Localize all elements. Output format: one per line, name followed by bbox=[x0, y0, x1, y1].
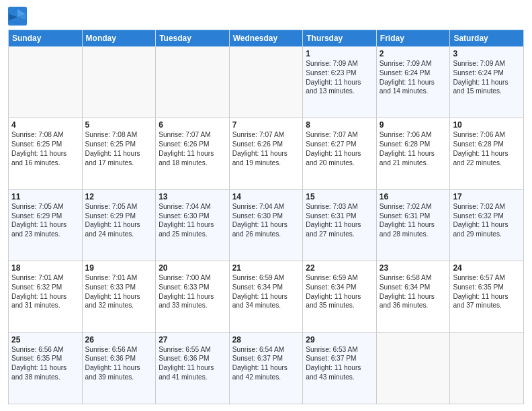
day-number: 12 bbox=[85, 192, 153, 201]
calendar-cell: 7Sunrise: 7:07 AMSunset: 6:26 PMDaylight… bbox=[229, 118, 303, 189]
day-of-week-header: Wednesday bbox=[229, 30, 303, 47]
day-of-week-header: Thursday bbox=[303, 30, 377, 47]
day-number: 23 bbox=[380, 263, 447, 273]
calendar-week-row: 1Sunrise: 7:09 AMSunset: 6:23 PMDaylight… bbox=[9, 47, 524, 118]
day-info: Sunrise: 7:02 AMSunset: 6:32 PMDaylight:… bbox=[453, 202, 521, 239]
day-number: 20 bbox=[159, 263, 226, 273]
day-number: 14 bbox=[232, 192, 300, 201]
calendar-cell: 17Sunrise: 7:02 AMSunset: 6:32 PMDayligh… bbox=[450, 189, 524, 261]
calendar-cell: 3Sunrise: 7:09 AMSunset: 6:24 PMDaylight… bbox=[450, 47, 524, 118]
day-number: 8 bbox=[306, 120, 373, 130]
calendar-cell: 23Sunrise: 6:58 AMSunset: 6:34 PMDayligh… bbox=[376, 261, 450, 332]
calendar-week-row: 11Sunrise: 7:05 AMSunset: 6:29 PMDayligh… bbox=[9, 189, 524, 261]
day-number: 6 bbox=[159, 120, 226, 130]
calendar-cell: 1Sunrise: 7:09 AMSunset: 6:23 PMDaylight… bbox=[303, 47, 377, 118]
day-number: 19 bbox=[85, 263, 153, 273]
day-info: Sunrise: 7:02 AMSunset: 6:31 PMDaylight:… bbox=[380, 202, 447, 239]
calendar-cell: 13Sunrise: 7:04 AMSunset: 6:30 PMDayligh… bbox=[156, 189, 230, 261]
day-number: 11 bbox=[11, 192, 79, 201]
day-number: 22 bbox=[306, 263, 373, 273]
day-number: 21 bbox=[232, 263, 300, 273]
calendar-cell: 9Sunrise: 7:06 AMSunset: 6:28 PMDaylight… bbox=[376, 118, 450, 189]
logo bbox=[8, 7, 30, 26]
day-info: Sunrise: 7:05 AMSunset: 6:29 PMDaylight:… bbox=[11, 202, 79, 239]
calendar-cell: 14Sunrise: 7:04 AMSunset: 6:30 PMDayligh… bbox=[229, 189, 303, 261]
calendar-cell: 2Sunrise: 7:09 AMSunset: 6:24 PMDaylight… bbox=[376, 47, 450, 118]
day-number: 4 bbox=[11, 120, 79, 130]
day-info: Sunrise: 6:59 AMSunset: 6:34 PMDaylight:… bbox=[232, 273, 300, 310]
day-info: Sunrise: 7:09 AMSunset: 6:23 PMDaylight:… bbox=[306, 59, 373, 96]
calendar-cell: 18Sunrise: 7:01 AMSunset: 6:32 PMDayligh… bbox=[9, 261, 83, 332]
day-of-week-header: Monday bbox=[82, 30, 156, 47]
generalblue-icon bbox=[8, 7, 27, 26]
calendar-cell bbox=[376, 332, 450, 404]
day-info: Sunrise: 6:59 AMSunset: 6:34 PMDaylight:… bbox=[306, 273, 373, 310]
calendar-cell: 25Sunrise: 6:56 AMSunset: 6:35 PMDayligh… bbox=[9, 332, 83, 404]
day-info: Sunrise: 7:06 AMSunset: 6:28 PMDaylight:… bbox=[453, 130, 521, 167]
calendar-week-row: 25Sunrise: 6:56 AMSunset: 6:35 PMDayligh… bbox=[9, 332, 524, 404]
day-number: 28 bbox=[232, 335, 300, 345]
calendar-cell: 29Sunrise: 6:53 AMSunset: 6:37 PMDayligh… bbox=[303, 332, 377, 404]
header bbox=[8, 7, 524, 26]
day-info: Sunrise: 7:06 AMSunset: 6:28 PMDaylight:… bbox=[380, 130, 447, 167]
day-of-week-header: Friday bbox=[376, 30, 450, 47]
calendar-week-row: 18Sunrise: 7:01 AMSunset: 6:32 PMDayligh… bbox=[9, 261, 524, 332]
day-info: Sunrise: 6:53 AMSunset: 6:37 PMDaylight:… bbox=[306, 345, 373, 382]
day-number: 25 bbox=[11, 335, 79, 345]
calendar-week-row: 4Sunrise: 7:08 AMSunset: 6:25 PMDaylight… bbox=[9, 118, 524, 189]
day-number: 9 bbox=[380, 120, 447, 130]
day-info: Sunrise: 7:08 AMSunset: 6:25 PMDaylight:… bbox=[11, 130, 79, 167]
day-info: Sunrise: 6:58 AMSunset: 6:34 PMDaylight:… bbox=[380, 273, 447, 310]
day-number: 16 bbox=[380, 192, 447, 201]
day-number: 5 bbox=[85, 120, 153, 130]
day-number: 17 bbox=[453, 192, 521, 201]
calendar-cell: 26Sunrise: 6:56 AMSunset: 6:36 PMDayligh… bbox=[82, 332, 156, 404]
day-info: Sunrise: 7:04 AMSunset: 6:30 PMDaylight:… bbox=[232, 202, 300, 239]
day-of-week-header: Tuesday bbox=[156, 30, 230, 47]
calendar-cell: 4Sunrise: 7:08 AMSunset: 6:25 PMDaylight… bbox=[9, 118, 83, 189]
day-number: 29 bbox=[306, 335, 373, 345]
calendar-cell: 15Sunrise: 7:03 AMSunset: 6:31 PMDayligh… bbox=[303, 189, 377, 261]
day-info: Sunrise: 7:05 AMSunset: 6:29 PMDaylight:… bbox=[85, 202, 153, 239]
calendar-cell: 5Sunrise: 7:08 AMSunset: 6:25 PMDaylight… bbox=[82, 118, 156, 189]
day-info: Sunrise: 7:00 AMSunset: 6:33 PMDaylight:… bbox=[159, 273, 226, 310]
calendar-cell bbox=[9, 47, 83, 118]
calendar-cell: 27Sunrise: 6:55 AMSunset: 6:36 PMDayligh… bbox=[156, 332, 230, 404]
day-info: Sunrise: 7:07 AMSunset: 6:26 PMDaylight:… bbox=[159, 130, 226, 167]
calendar-header-row: SundayMondayTuesdayWednesdayThursdayFrid… bbox=[9, 30, 524, 47]
day-number: 15 bbox=[306, 192, 373, 201]
day-number: 1 bbox=[306, 49, 373, 58]
day-info: Sunrise: 7:08 AMSunset: 6:25 PMDaylight:… bbox=[85, 130, 153, 167]
day-info: Sunrise: 6:56 AMSunset: 6:36 PMDaylight:… bbox=[85, 345, 153, 382]
day-info: Sunrise: 6:55 AMSunset: 6:36 PMDaylight:… bbox=[159, 345, 226, 382]
calendar-cell: 12Sunrise: 7:05 AMSunset: 6:29 PMDayligh… bbox=[82, 189, 156, 261]
calendar-cell bbox=[229, 47, 303, 118]
day-number: 24 bbox=[453, 263, 521, 273]
day-info: Sunrise: 7:03 AMSunset: 6:31 PMDaylight:… bbox=[306, 202, 373, 239]
day-info: Sunrise: 6:54 AMSunset: 6:37 PMDaylight:… bbox=[232, 345, 300, 382]
day-number: 26 bbox=[85, 335, 153, 345]
calendar-cell: 10Sunrise: 7:06 AMSunset: 6:28 PMDayligh… bbox=[450, 118, 524, 189]
calendar-cell: 21Sunrise: 6:59 AMSunset: 6:34 PMDayligh… bbox=[229, 261, 303, 332]
calendar-cell bbox=[450, 332, 524, 404]
day-info: Sunrise: 7:07 AMSunset: 6:26 PMDaylight:… bbox=[232, 130, 300, 167]
day-info: Sunrise: 7:09 AMSunset: 6:24 PMDaylight:… bbox=[453, 59, 521, 96]
day-number: 2 bbox=[380, 49, 447, 58]
page: SundayMondayTuesdayWednesdayThursdayFrid… bbox=[0, 0, 532, 411]
calendar-cell: 24Sunrise: 6:57 AMSunset: 6:35 PMDayligh… bbox=[450, 261, 524, 332]
calendar-cell: 8Sunrise: 7:07 AMSunset: 6:27 PMDaylight… bbox=[303, 118, 377, 189]
day-info: Sunrise: 6:57 AMSunset: 6:35 PMDaylight:… bbox=[453, 273, 521, 310]
day-info: Sunrise: 7:04 AMSunset: 6:30 PMDaylight:… bbox=[159, 202, 226, 239]
day-number: 27 bbox=[159, 335, 226, 345]
day-of-week-header: Saturday bbox=[450, 30, 524, 47]
calendar-cell: 16Sunrise: 7:02 AMSunset: 6:31 PMDayligh… bbox=[376, 189, 450, 261]
day-of-week-header: Sunday bbox=[9, 30, 83, 47]
calendar-cell: 28Sunrise: 6:54 AMSunset: 6:37 PMDayligh… bbox=[229, 332, 303, 404]
day-number: 10 bbox=[453, 120, 521, 130]
day-number: 18 bbox=[11, 263, 79, 273]
calendar-cell: 11Sunrise: 7:05 AMSunset: 6:29 PMDayligh… bbox=[9, 189, 83, 261]
calendar-cell: 20Sunrise: 7:00 AMSunset: 6:33 PMDayligh… bbox=[156, 261, 230, 332]
calendar-cell: 19Sunrise: 7:01 AMSunset: 6:33 PMDayligh… bbox=[82, 261, 156, 332]
calendar-cell: 6Sunrise: 7:07 AMSunset: 6:26 PMDaylight… bbox=[156, 118, 230, 189]
day-info: Sunrise: 7:01 AMSunset: 6:32 PMDaylight:… bbox=[11, 273, 79, 310]
